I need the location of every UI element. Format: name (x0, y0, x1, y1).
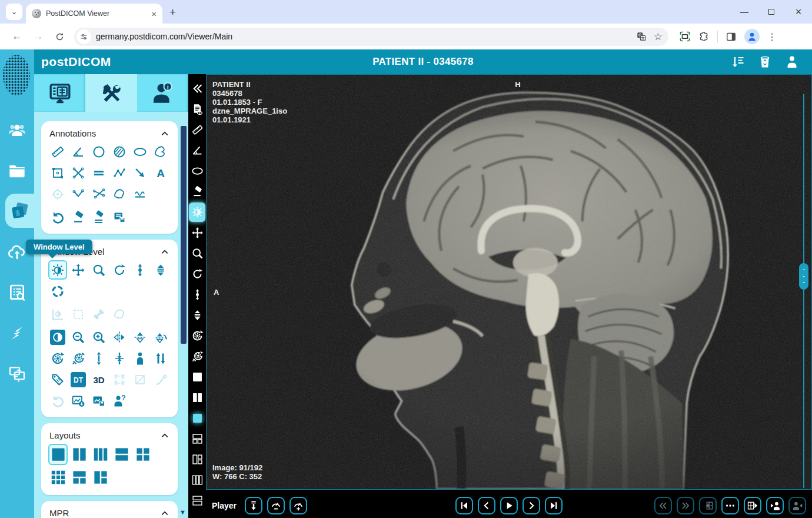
shaded-circle-tool[interactable] (110, 142, 129, 161)
stack-scroll-tool-button[interactable] (189, 306, 205, 325)
layout-1-left-2-right[interactable] (91, 467, 110, 488)
volume-3d-tool[interactable] (89, 370, 108, 389)
spline-tool[interactable] (131, 184, 149, 204)
probe-tool[interactable] (48, 184, 67, 204)
invert-tool[interactable] (48, 327, 67, 347)
freehand-roi-tool[interactable] (151, 142, 170, 161)
length-tool-button[interactable] (189, 120, 205, 140)
rotate-flip-tool[interactable] (151, 327, 170, 347)
zoom-in-tool[interactable] (89, 327, 108, 347)
export-image-tool[interactable] (69, 391, 88, 410)
flip-vertical-tool[interactable] (131, 327, 149, 347)
tag-tool[interactable] (48, 370, 67, 389)
bone-window-tool[interactable] (89, 304, 108, 324)
ellipse-roi-tool[interactable] (131, 142, 149, 161)
freehand-window-tool[interactable] (110, 304, 129, 324)
next-image-button[interactable] (523, 497, 540, 514)
more-options-button[interactable] (721, 497, 739, 514)
profile-avatar[interactable] (744, 29, 760, 44)
next-series-grid-button[interactable] (744, 497, 761, 514)
layout-1x3[interactable] (91, 444, 110, 465)
play-button[interactable] (500, 497, 518, 514)
layout-3x3[interactable] (48, 467, 68, 488)
stack-scroll-tool[interactable] (151, 260, 170, 280)
erase-all-annotations-button[interactable] (89, 207, 108, 227)
clear-region-tool[interactable] (131, 370, 149, 389)
layout-1-2-button[interactable] (189, 429, 205, 449)
pan-tool-button[interactable] (189, 223, 205, 243)
previous-series-grid-button[interactable] (699, 497, 717, 514)
anonymize-tool[interactable] (110, 391, 129, 410)
sharing-button[interactable] (0, 313, 34, 353)
forward-button[interactable]: → (29, 28, 47, 45)
back-button[interactable]: ← (8, 28, 26, 45)
tab-study-viewer[interactable] (34, 74, 85, 112)
layout-1x1[interactable] (48, 444, 68, 465)
play-direction-button[interactable] (245, 497, 262, 514)
report-button[interactable] (189, 99, 205, 119)
pan-tool[interactable] (69, 260, 88, 280)
rotate-tool[interactable] (110, 260, 129, 280)
collapse-section-icon[interactable] (160, 129, 169, 138)
angle-tool-button[interactable] (189, 141, 205, 160)
polyline-tool[interactable] (110, 163, 129, 182)
image-viewport[interactable]: PATIENT II034567801.01.1853 - Fdzne_MPRA… (206, 74, 812, 490)
tab-search-button[interactable]: ⌄ (6, 4, 22, 20)
folder-list-button[interactable] (0, 150, 34, 191)
patient-orientation-tool[interactable] (131, 348, 149, 368)
enlarge-tool[interactable] (89, 348, 108, 368)
auto-sort-button[interactable] (731, 55, 745, 69)
scroll-tool[interactable] (131, 260, 149, 280)
collapse-panel-button[interactable] (189, 79, 205, 98)
circle-roi-tool[interactable] (89, 142, 108, 161)
layout-2x1[interactable] (112, 444, 131, 465)
region-window-tool[interactable] (69, 304, 88, 324)
reset-window-level-button[interactable] (189, 347, 205, 366)
rectangle-roi-tool[interactable] (48, 163, 67, 182)
site-settings-icon[interactable] (76, 29, 91, 44)
last-image-button[interactable] (545, 497, 563, 514)
patient-list-button[interactable] (0, 109, 34, 150)
histogram-window-tool[interactable] (48, 304, 67, 324)
browser-tab[interactable]: PostDICOM Viewer × (26, 4, 162, 24)
collapse-section-icon[interactable] (160, 509, 169, 518)
arrow-tool[interactable] (131, 163, 149, 182)
browser-menu-icon[interactable]: ⋮ (767, 31, 777, 42)
eraser-tool-button[interactable] (189, 182, 205, 201)
reset-tool[interactable] (48, 348, 67, 368)
close-button[interactable]: × (785, 6, 812, 18)
layout-1x2-button[interactable] (189, 388, 205, 407)
remote-connect-button[interactable] (0, 353, 34, 394)
tab-tools[interactable] (85, 74, 137, 112)
collapse-section-icon[interactable] (160, 431, 169, 440)
tab-close-icon[interactable]: × (151, 9, 157, 18)
next-series-button[interactable] (677, 497, 694, 514)
angle-tool[interactable] (69, 142, 88, 161)
screenshot-icon[interactable] (679, 31, 691, 42)
layout-1x2[interactable] (69, 444, 89, 465)
window-level-tool-button[interactable] (189, 202, 205, 222)
bookmark-star-icon[interactable]: ☆ (654, 31, 663, 43)
tab-patient-info[interactable] (137, 74, 188, 112)
order-list-button[interactable] (0, 272, 34, 313)
length-tool[interactable] (48, 142, 67, 161)
reset-window-level-tool[interactable] (69, 348, 88, 368)
open-angle-tool[interactable] (69, 184, 88, 204)
closed-freehand-tool[interactable] (110, 184, 129, 204)
maximize-button[interactable] (758, 7, 785, 16)
image-viewer-button[interactable] (5, 194, 34, 228)
sort-order-tool[interactable] (151, 348, 170, 368)
new-tab-button[interactable]: + (169, 6, 176, 19)
active-layout-button[interactable] (189, 409, 205, 428)
minimize-button[interactable]: — (731, 7, 758, 16)
layout-1-top-2-bottom[interactable] (69, 467, 89, 488)
extensions-icon[interactable] (698, 31, 710, 42)
speed-down-button[interactable] (267, 497, 285, 514)
speed-up-button[interactable] (289, 497, 307, 514)
cobb-angle-tool[interactable] (89, 184, 108, 204)
save-annotations-button[interactable] (110, 207, 129, 227)
translate-icon[interactable] (636, 31, 647, 42)
layout-1-2v-button[interactable] (189, 450, 205, 469)
text-tool[interactable] (151, 163, 170, 182)
rotate-tool-button[interactable] (189, 264, 205, 284)
